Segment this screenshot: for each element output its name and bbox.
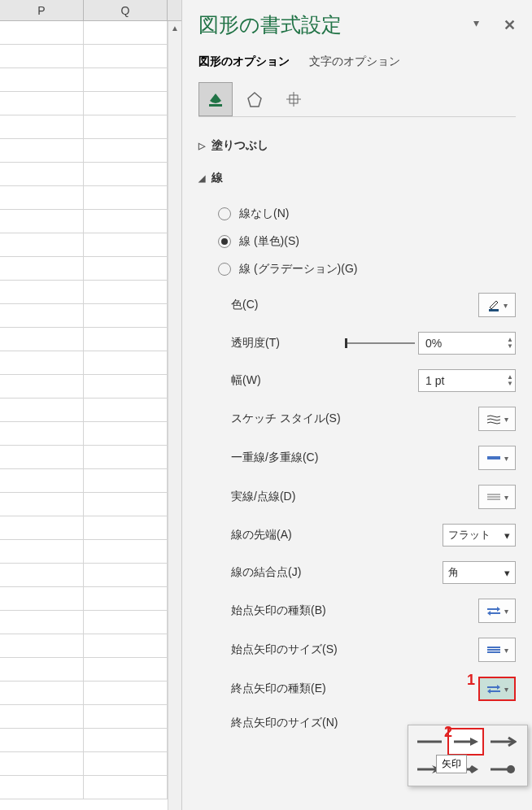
width-value: 1 pt <box>425 374 444 387</box>
color-picker-button[interactable]: ▾ <box>478 293 516 317</box>
cap-value: フラット <box>448 528 491 542</box>
caret-down-icon: ▾ <box>504 646 508 655</box>
caret-down-icon: ▾ <box>504 493 508 502</box>
caret-down-icon: ▾ <box>504 607 508 616</box>
fill-section-label: 塗りつぶし <box>211 138 268 153</box>
radio-no-line-label: 線なし(N) <box>239 207 289 221</box>
col-header-gap <box>168 0 181 20</box>
caret-down-icon: ▾ <box>504 454 508 463</box>
svg-marker-28 <box>469 765 478 773</box>
arrow-option-triangle[interactable] <box>447 728 484 756</box>
scroll-track[interactable] <box>168 35 181 810</box>
tab-text-options[interactable]: 文字のオプション <box>309 54 400 69</box>
radio-solid-line[interactable]: 線 (単色)(S) <box>218 228 516 255</box>
caret-down-icon: ▾ <box>504 529 510 542</box>
join-label: 線の結合点(J) <box>231 565 301 580</box>
panel-dropdown-icon[interactable]: ▾ <box>473 16 479 34</box>
transparency-label: 透明度(T) <box>231 336 280 351</box>
size-tab-icon[interactable] <box>277 82 311 116</box>
radio-gradient-line-label: 線 (グラデーション)(G) <box>239 262 357 277</box>
effects-tab-icon[interactable] <box>238 82 272 116</box>
radio-icon <box>218 207 231 220</box>
width-label: 幅(W) <box>231 373 261 388</box>
radio-icon <box>218 235 231 248</box>
svg-rect-6 <box>487 456 500 459</box>
end-arrow-size-label: 終点矢印のサイズ(N) <box>231 716 338 730</box>
begin-arrow-type-button[interactable]: ▾ <box>478 599 516 623</box>
col-header-p[interactable]: P <box>0 0 84 20</box>
width-spinbox[interactable]: 1 pt ▲▼ <box>418 369 516 392</box>
svg-rect-14 <box>487 647 500 648</box>
dash-type-button[interactable]: ▾ <box>478 485 516 509</box>
compound-label: 一重線/多重線(C) <box>231 451 318 465</box>
svg-marker-13 <box>487 611 491 616</box>
cap-label: 線の先端(A) <box>231 528 292 542</box>
join-type-combo[interactable]: 角 ▾ <box>443 561 516 584</box>
svg-marker-23 <box>470 738 478 746</box>
transparency-spinbox[interactable]: 0% ▲▼ <box>418 332 516 355</box>
column-headers: P Q <box>0 0 181 21</box>
svg-rect-15 <box>487 649 500 651</box>
begin-arrow-size-label: 始点矢印のサイズ(S) <box>231 642 338 657</box>
arrow-tooltip: 矢印 <box>436 755 467 773</box>
vertical-scrollbar[interactable]: ▲ <box>168 21 181 810</box>
radio-icon <box>218 263 231 276</box>
svg-marker-18 <box>497 685 500 690</box>
svg-rect-0 <box>209 104 222 107</box>
compound-type-button[interactable]: ▾ <box>478 446 516 470</box>
format-shape-panel: 図形の書式設定 ▾ ✕ 図形のオプション 文字のオプション ▷ 塗りつぶし ◢ … <box>182 0 532 810</box>
svg-rect-5 <box>489 309 499 311</box>
transparency-value: 0% <box>425 337 442 350</box>
caret-down-icon: ▾ <box>504 567 510 579</box>
end-arrow-type-label: 終点矢印の種類(E) <box>231 682 326 696</box>
expand-right-icon: ▷ <box>198 141 205 151</box>
arrow-option-oval[interactable] <box>484 756 521 783</box>
annotation-2: 2 <box>444 724 452 741</box>
begin-arrow-type-label: 始点矢印の種類(B) <box>231 603 326 618</box>
begin-arrow-size-button[interactable]: ▾ <box>478 638 516 662</box>
color-label: 色(C) <box>231 298 258 312</box>
fill-line-tab-icon[interactable] <box>198 82 233 116</box>
svg-marker-20 <box>487 689 491 694</box>
tab-shape-options[interactable]: 図形のオプション <box>198 54 290 69</box>
join-value: 角 <box>448 565 459 580</box>
panel-title: 図形の書式設定 <box>198 11 342 38</box>
caret-down-icon: ▾ <box>504 301 508 310</box>
close-icon[interactable]: ✕ <box>504 16 516 34</box>
dash-label: 実線/点線(D) <box>231 490 295 504</box>
radio-solid-line-label: 線 (単色)(S) <box>239 234 299 249</box>
radio-gradient-line[interactable]: 線 (グラデーション)(G) <box>218 255 516 283</box>
spreadsheet-grid[interactable]: P Q <box>0 0 182 810</box>
sketch-label: スケッチ スタイル(S) <box>231 412 341 426</box>
expand-down-icon: ◢ <box>198 173 205 184</box>
svg-marker-11 <box>497 607 500 612</box>
arrow-option-none[interactable] <box>411 728 447 756</box>
svg-rect-16 <box>487 651 500 653</box>
svg-marker-1 <box>248 93 261 107</box>
caret-down-icon: ▾ <box>504 415 508 424</box>
sketch-style-button[interactable]: ▾ <box>478 407 516 431</box>
cap-type-combo[interactable]: フラット ▾ <box>443 524 516 547</box>
scroll-up-arrow[interactable]: ▲ <box>168 21 181 35</box>
caret-down-icon: ▾ <box>504 685 508 694</box>
line-section-header[interactable]: ◢ 線 <box>198 164 516 192</box>
arrow-option-open[interactable] <box>484 728 521 756</box>
transparency-slider[interactable] <box>345 342 415 344</box>
col-header-q[interactable]: Q <box>84 0 168 20</box>
radio-no-line[interactable]: 線なし(N) <box>218 200 516 228</box>
end-arrow-type-button[interactable]: ▾ <box>478 677 516 701</box>
fill-section-header[interactable]: ▷ 塗りつぶし <box>198 132 516 159</box>
grid-rows[interactable] <box>0 21 168 810</box>
svg-point-30 <box>507 765 515 773</box>
annotation-1: 1 <box>467 672 475 689</box>
line-section-label: 線 <box>211 171 223 185</box>
arrow-type-popup: 2 <box>408 725 528 786</box>
